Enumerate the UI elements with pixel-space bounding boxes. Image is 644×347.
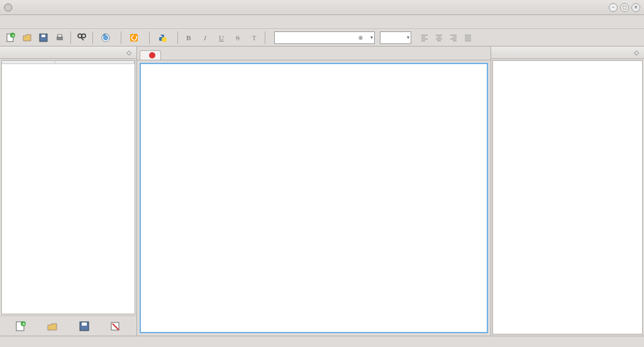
help-panel: ◇	[491, 47, 644, 336]
menu-package[interactable]	[39, 21, 47, 23]
bold-button[interactable]: B	[182, 31, 196, 45]
svg-rect-7	[58, 35, 62, 37]
worksheet[interactable]	[140, 63, 488, 333]
save-variable-button[interactable]	[75, 319, 93, 334]
variable-table[interactable]	[1, 60, 135, 314]
add-variable-button[interactable]: +	[12, 319, 30, 334]
variable-manager-panel: ◇ +	[0, 47, 137, 336]
new-button[interactable]: +	[4, 31, 18, 45]
window-titlebar: – ◻ ×	[0, 0, 644, 15]
menu-ajuda[interactable]	[57, 21, 64, 23]
svg-text:+: +	[11, 33, 15, 38]
statusbar	[0, 336, 644, 347]
svg-point-8	[78, 34, 82, 38]
panel-close-button[interactable]: ◇	[125, 49, 133, 57]
help-body[interactable]	[492, 60, 643, 334]
find-button[interactable]	[75, 31, 89, 45]
align-justify-button[interactable]	[461, 31, 475, 45]
menu-arquivo[interactable]	[4, 21, 11, 23]
col-nome[interactable]	[2, 61, 55, 64]
text-button[interactable]: T	[247, 31, 261, 45]
help-header: ◇	[491, 47, 644, 59]
window-maximize-button[interactable]: ◻	[620, 3, 629, 12]
window-minimize-button[interactable]: –	[609, 3, 618, 12]
panel-close-button[interactable]: ◇	[633, 49, 640, 57]
font-size-combo[interactable]: ▾	[380, 31, 411, 44]
window-close-button[interactable]: ×	[631, 3, 640, 12]
restart-button[interactable]	[125, 31, 145, 44]
tab-python2[interactable]	[140, 50, 161, 60]
svg-text:+: +	[22, 321, 26, 327]
chevron-down-icon: ▾	[407, 35, 409, 40]
workspace: ◇ +	[0, 47, 644, 336]
print-button[interactable]	[53, 31, 67, 45]
delete-variable-button[interactable]	[107, 319, 125, 334]
svg-rect-18	[82, 322, 87, 326]
svg-rect-5	[42, 35, 45, 37]
svg-point-0	[4, 4, 12, 11]
align-right-button[interactable]	[447, 31, 460, 45]
menu-configuracoes[interactable]	[48, 21, 55, 23]
worksheet-scroll[interactable]	[137, 60, 491, 336]
app-icon	[4, 3, 13, 12]
svg-point-11	[102, 34, 109, 41]
center-area	[137, 47, 491, 336]
tabbar	[137, 47, 491, 60]
calculate-button[interactable]	[97, 31, 117, 44]
menu-planilha[interactable]	[30, 21, 38, 23]
menu-editar[interactable]	[21, 21, 29, 23]
menubar	[0, 15, 644, 29]
chevron-down-icon: ▾	[370, 35, 373, 40]
help-python-button[interactable]	[153, 31, 174, 44]
italic-button[interactable]: I	[198, 31, 212, 45]
open-button[interactable]	[20, 31, 34, 45]
load-variable-button[interactable]	[43, 319, 61, 334]
strike-button[interactable]: S	[231, 31, 245, 45]
variable-manager-header: ◇	[0, 47, 136, 59]
svg-point-13	[162, 37, 167, 42]
align-center-button[interactable]	[432, 31, 446, 45]
col-valor[interactable]	[55, 61, 134, 64]
tab-dirty-icon	[149, 52, 155, 58]
save-button[interactable]	[36, 31, 50, 45]
underline-button[interactable]: U	[214, 31, 228, 45]
menu-exibir[interactable]	[13, 21, 20, 23]
clear-icon[interactable]: ⊗	[358, 35, 363, 41]
font-family-combo[interactable]: ⊗ ▾	[274, 31, 375, 44]
main-toolbar: + B I U S T ⊗ ▾ ▾	[0, 29, 644, 47]
svg-point-9	[82, 34, 86, 38]
align-left-button[interactable]	[418, 31, 431, 45]
variable-toolbar: +	[0, 316, 136, 336]
